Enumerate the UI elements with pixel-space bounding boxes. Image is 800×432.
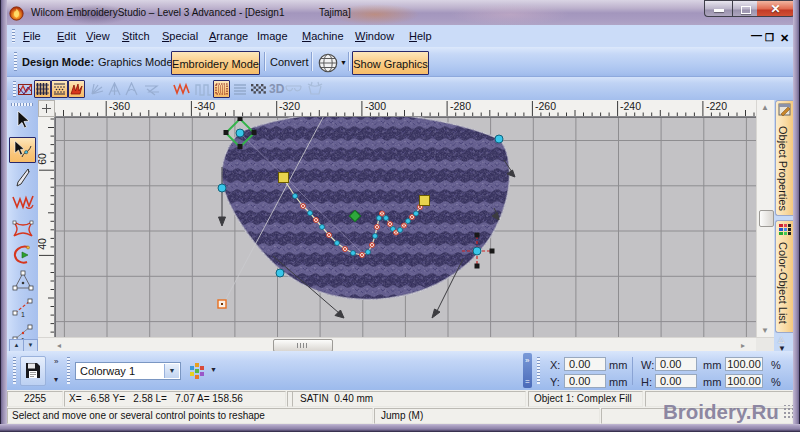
svg-text:-220: -220 [706,100,727,112]
svg-text:-340: -340 [194,100,215,112]
svg-text:-320: -320 [279,100,300,112]
svg-text:-240: -240 [620,100,641,112]
svg-text:60: 60 [38,153,48,165]
svg-text:40: 40 [38,238,48,250]
svg-text:-260: -260 [535,100,556,112]
svg-text:-300: -300 [365,100,386,112]
svg-text:-280: -280 [450,100,471,112]
svg-text:-360: -360 [109,100,130,112]
svg-text:1: 1 [21,311,25,318]
